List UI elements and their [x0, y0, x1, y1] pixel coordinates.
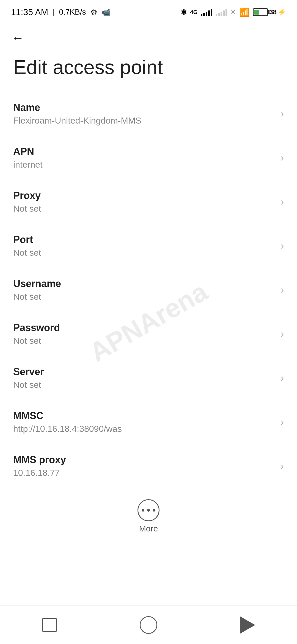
settings-label-name: Name: [13, 102, 275, 113]
settings-item-apn-content: APN internet: [13, 146, 275, 170]
wifi-icon: 📶: [239, 7, 249, 17]
chevron-server: ›: [280, 372, 284, 384]
back-button-container[interactable]: ←: [0, 22, 297, 51]
settings-value-name: Flexiroam-United-Kingdom-MMS: [13, 116, 275, 126]
settings-item-proxy-content: Proxy Not set: [13, 190, 275, 214]
settings-value-mmsc: http://10.16.18.4:38090/was: [13, 424, 275, 434]
settings-value-mms-proxy: 10.16.18.77: [13, 468, 275, 478]
signal-bars-2: [216, 8, 227, 16]
no-signal-icon: ✕: [230, 8, 236, 16]
settings-label-proxy: Proxy: [13, 190, 275, 201]
signal-bars-1: [201, 8, 212, 16]
chevron-username: ›: [280, 284, 284, 296]
speed: |: [53, 8, 54, 17]
status-bar: 11:35 AM | 0.7KB/s ⚙ 📹 ✱ 4G ✕ 📶: [0, 0, 297, 22]
settings-item-port-content: Port Not set: [13, 234, 275, 258]
settings-item-mms-proxy[interactable]: MMS proxy 10.16.18.77 ›: [0, 444, 297, 488]
page-title: Edit access point: [0, 51, 297, 92]
settings-item-server-content: Server Not set: [13, 366, 275, 390]
more-icon: [138, 499, 160, 521]
bluetooth-icon: ✱: [181, 8, 187, 17]
chevron-name: ›: [280, 108, 284, 120]
settings-label-username: Username: [13, 278, 275, 290]
settings-icon: ⚙: [90, 8, 97, 17]
chevron-mms-proxy: ›: [280, 460, 284, 472]
chevron-proxy: ›: [280, 196, 284, 208]
settings-item-password-content: Password Not set: [13, 322, 275, 346]
nav-triangle-icon: [240, 616, 255, 634]
chevron-apn: ›: [280, 152, 284, 164]
video-icon: 📹: [102, 8, 111, 17]
chevron-mmsc: ›: [280, 416, 284, 428]
settings-item-mmsc-content: MMSC http://10.16.18.4:38090/was: [13, 410, 275, 434]
chevron-port: ›: [280, 240, 284, 252]
settings-value-server: Not set: [13, 380, 275, 390]
settings-item-apn[interactable]: APN internet ›: [0, 136, 297, 180]
settings-item-server[interactable]: Server Not set ›: [0, 356, 297, 400]
dot-1: [142, 509, 144, 512]
settings-label-port: Port: [13, 234, 275, 245]
chevron-password: ›: [280, 328, 284, 340]
settings-label-mmsc: MMSC: [13, 410, 275, 422]
settings-value-password: Not set: [13, 336, 275, 346]
nav-square-icon: [42, 618, 57, 632]
settings-label-mms-proxy: MMS proxy: [13, 454, 275, 466]
network-speed: 0.7KB/s: [59, 8, 86, 17]
settings-item-proxy[interactable]: Proxy Not set ›: [0, 180, 297, 224]
settings-item-username-content: Username Not set: [13, 278, 275, 302]
battery-percent: 38: [269, 8, 277, 16]
more-label: More: [139, 524, 158, 533]
network-4g-badge: 4G: [190, 9, 198, 15]
nav-recents-button[interactable]: [220, 606, 275, 644]
nav-bar: [0, 605, 297, 644]
dot-2: [147, 509, 150, 512]
settings-list: Name Flexiroam-United-Kingdom-MMS › APN …: [0, 92, 297, 488]
settings-label-server: Server: [13, 366, 275, 378]
settings-item-password[interactable]: Password Not set ›: [0, 312, 297, 356]
settings-value-username: Not set: [13, 292, 275, 302]
settings-label-password: Password: [13, 322, 275, 334]
more-dots: [142, 509, 155, 512]
more-button-container[interactable]: More: [0, 488, 297, 542]
status-left: 11:35 AM | 0.7KB/s ⚙ 📹: [11, 7, 111, 17]
settings-value-proxy: Not set: [13, 204, 275, 214]
settings-item-port[interactable]: Port Not set ›: [0, 224, 297, 268]
settings-label-apn: APN: [13, 146, 275, 157]
lightning-icon: ⚡: [278, 8, 286, 16]
status-right: ✱ 4G ✕ 📶 38 ⚡: [181, 7, 286, 17]
nav-circle-icon: [140, 616, 157, 634]
nav-back-button[interactable]: [22, 606, 77, 644]
settings-item-name-content: Name Flexiroam-United-Kingdom-MMS: [13, 102, 275, 126]
settings-item-mms-proxy-content: MMS proxy 10.16.18.77: [13, 454, 275, 478]
time: 11:35 AM: [11, 7, 48, 17]
settings-value-port: Not set: [13, 248, 275, 258]
back-button[interactable]: ←: [11, 31, 24, 45]
nav-home-button[interactable]: [121, 606, 176, 644]
settings-item-username[interactable]: Username Not set ›: [0, 268, 297, 312]
settings-value-apn: internet: [13, 160, 275, 170]
settings-item-name[interactable]: Name Flexiroam-United-Kingdom-MMS ›: [0, 92, 297, 136]
battery: 38 ⚡: [253, 8, 286, 16]
dot-3: [153, 509, 155, 512]
settings-item-mmsc[interactable]: MMSC http://10.16.18.4:38090/was ›: [0, 400, 297, 444]
